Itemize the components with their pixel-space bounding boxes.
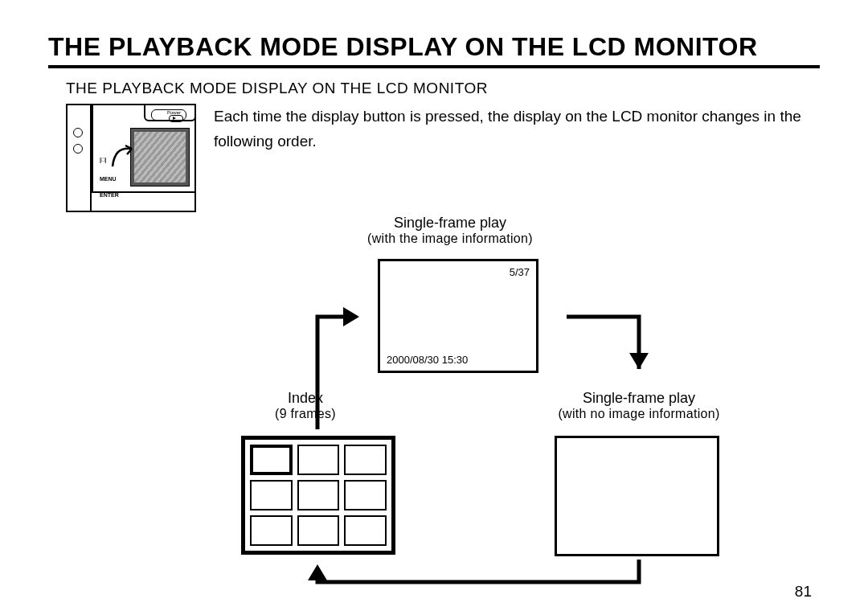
- svg-marker-0: [629, 353, 649, 369]
- index-thumb: [250, 480, 293, 510]
- index-thumb: [297, 480, 340, 510]
- index-thumb-selected: [250, 445, 293, 475]
- index-thumb: [297, 445, 340, 475]
- screen-single-no-info: [555, 436, 719, 556]
- label-single-with-info: Single-frame play (with the image inform…: [334, 215, 567, 245]
- index-thumb: [344, 515, 387, 546]
- section-subtitle: THE PLAYBACK MODE DISPLAY ON THE LCD MON…: [66, 80, 820, 97]
- screen-index: [241, 436, 395, 555]
- screen-single-with-info: 5/37 2000/08/30 15:30: [378, 259, 538, 373]
- index-thumb: [250, 515, 293, 546]
- menu-button-label: MENU: [100, 176, 117, 182]
- camera-lcd: [130, 128, 190, 187]
- index-thumb: [344, 445, 387, 475]
- svg-marker-2: [343, 307, 359, 326]
- enter-button-label: ENTER: [100, 192, 119, 198]
- page-title: THE PLAYBACK MODE DISPLAY ON THE LCD MON…: [48, 32, 820, 68]
- frame-counter: 5/37: [510, 266, 530, 278]
- page-number: 81: [795, 583, 812, 601]
- display-button-label: |□|: [100, 157, 106, 162]
- pointer-arrow-icon: [111, 144, 138, 168]
- index-thumb: [344, 480, 387, 510]
- label-single-no-info: Single-frame play (with no image informa…: [518, 391, 760, 420]
- svg-marker-1: [308, 564, 327, 580]
- index-thumb: [297, 515, 340, 546]
- camera-illustration: Power |□| MENU ENTER: [66, 104, 196, 212]
- datetime-stamp: 2000/08/30 15:30: [387, 354, 468, 366]
- play-icon: [169, 115, 183, 122]
- intro-text: Each time the display button is pressed,…: [214, 104, 820, 212]
- display-cycle-diagram: Single-frame play (with the image inform…: [84, 212, 784, 590]
- power-label: Power: [167, 110, 191, 122]
- label-index: Index (9 frames): [225, 391, 386, 420]
